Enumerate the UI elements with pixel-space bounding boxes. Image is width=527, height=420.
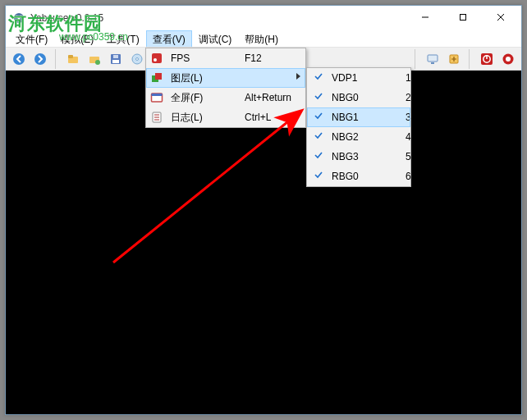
maximize-button[interactable] (444, 6, 482, 29)
svg-rect-11 (113, 55, 118, 58)
menu-emulation[interactable]: 模拟(E) (54, 30, 100, 47)
disc-icon[interactable] (127, 49, 147, 69)
menu-layers[interactable]: 图层(L) (146, 68, 305, 88)
power-icon[interactable] (477, 49, 497, 69)
svg-rect-6 (68, 55, 73, 58)
svg-point-21 (506, 57, 511, 62)
menu-fps[interactable]: FPS F12 (146, 48, 305, 68)
svg-point-13 (136, 57, 139, 60)
svg-rect-27 (152, 94, 163, 96)
menu-help[interactable]: 帮助(H) (238, 30, 285, 47)
toolbar-separator (469, 49, 472, 69)
chevron-right-icon (296, 73, 300, 80)
log-icon (149, 110, 164, 125)
open2-icon[interactable] (85, 49, 104, 69)
check-icon (314, 130, 325, 142)
layer-nbg2[interactable]: NBG2 4 (307, 127, 410, 147)
menu-debug[interactable]: 调试(C) (192, 30, 239, 47)
layer-nbg1[interactable]: NBG1 3 (307, 107, 410, 127)
layer-nbg0[interactable]: NBG0 2 (307, 88, 410, 107)
forward-icon[interactable] (30, 49, 50, 69)
svg-rect-15 (431, 62, 434, 64)
layer-vdp1[interactable]: VDP1 1 (307, 68, 410, 88)
monitor-icon[interactable] (423, 49, 442, 69)
svg-rect-25 (155, 73, 162, 80)
svg-point-23 (154, 58, 157, 62)
layers-icon (149, 71, 164, 85)
svg-rect-10 (112, 60, 119, 63)
menu-log[interactable]: 日志(L) Ctrl+L (146, 107, 305, 127)
window-controls (406, 6, 520, 30)
svg-point-3 (13, 53, 25, 65)
tools-icon[interactable] (444, 49, 464, 69)
view-menu-popup: FPS F12 图层(L) 全屏(F) Alt+Return 日志(L) Ctr… (145, 48, 306, 128)
svg-rect-22 (152, 53, 162, 63)
app-window: Yabause v0.9.15 文件(F) 模拟(E) 工具(T) 查看(V) … (5, 5, 522, 415)
svg-point-8 (95, 60, 100, 65)
menu-fullscreen[interactable]: 全屏(F) Alt+Return (146, 88, 305, 107)
close-button[interactable] (482, 6, 520, 29)
app-icon (12, 11, 25, 25)
svg-rect-2 (461, 15, 466, 21)
menu-tools[interactable]: 工具(T) (100, 30, 145, 47)
svg-rect-14 (428, 55, 438, 62)
menu-file[interactable]: 文件(F) (9, 30, 54, 47)
save-icon[interactable] (106, 49, 126, 69)
fullscreen-icon (149, 90, 164, 105)
minimize-button[interactable] (406, 6, 444, 29)
menu-view[interactable]: 查看(V) (146, 30, 192, 47)
check-icon (314, 71, 325, 83)
fps-icon (149, 51, 164, 66)
check-icon (314, 170, 325, 181)
svg-point-4 (34, 53, 46, 65)
toolbar-separator (55, 49, 58, 69)
toolbar-separator (415, 49, 418, 69)
window-title: Yabause v0.9.15 (30, 12, 406, 24)
layer-rbg0[interactable]: RBG0 6 (307, 167, 410, 186)
check-icon (314, 91, 325, 103)
menubar: 文件(F) 模拟(E) 工具(T) 查看(V) 调试(C) 帮助(H) (6, 30, 521, 48)
record-icon[interactable] (498, 49, 518, 69)
check-icon (314, 150, 325, 162)
back-icon[interactable] (9, 49, 29, 69)
titlebar[interactable]: Yabause v0.9.15 (6, 6, 521, 30)
check-icon (314, 111, 325, 122)
open-icon[interactable] (63, 49, 83, 69)
layers-submenu-popup: VDP1 1 NBG0 2 NBG1 3 NBG2 4 NBG3 5 RBG0 … (306, 67, 411, 187)
layer-nbg3[interactable]: NBG3 5 (307, 147, 410, 167)
